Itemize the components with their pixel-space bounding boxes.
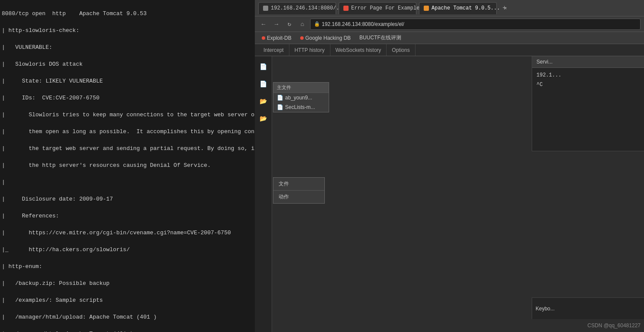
terminal-line-14: | https://cve.mitre.org/cgi-bin/cvename.… [2,229,253,237]
file-manager-header: 主文件 [273,83,329,93]
browser-navbar: ← → ↻ ⌂ 🔒 192.168.246.134:8080/examples/… [255,16,644,32]
terminal-line-8: | them open as long as possible. It acco… [2,128,253,136]
context-menu-label-actions: 动作 [279,194,289,200]
terminal-line-15: |_ http://ha.ckers.org/slowloris/ [2,246,253,254]
refresh-button[interactable]: ↻ [284,19,295,29]
tab-label-3: Apache Tomcat 9.0.5... [431,5,500,11]
context-menu-item-actions[interactable]: 动作 [273,191,324,203]
tab-label-1: 192.168.246.134:8080/... [271,5,346,11]
terminal-line-1: 8080/tcp open http Apache Tomcat 9.0.53 [2,10,253,18]
service-panel: Servi... 192.1... ^C [532,56,644,151]
exploitdb-favicon [262,36,265,40]
terminal-line-16: | http-enum: [2,262,253,271]
csdn-watermark: CSDN @qq_60481227 [587,322,641,329]
tab-favicon-3 [424,6,429,11]
service-panel-header: Servi... [532,56,644,68]
terminal-line-10: | the http server's resources causing De… [2,161,253,170]
sidebar-icon-1[interactable]: 📄 [257,60,270,73]
file-manager-item-1[interactable]: 📄 ab_youn9... [273,93,329,102]
lock-icon: 🔒 [314,21,320,27]
terminal-line-4: | Slowloris DOS attack [2,60,253,69]
tab-favicon-2 [343,6,349,11]
browser-tabbar: 192.168.246.134:8080/... ✕ Error Page Fo… [255,0,644,16]
file-manager-item-2[interactable]: 📄 SecLists-m... [273,102,329,112]
intercept-tab-http-history[interactable]: HTTP history [289,44,330,56]
terminal-line-3: | VULNERABLE: [2,43,253,52]
bookmark-ghdb[interactable]: Google Hacking DB [297,34,354,42]
browser-tab-1[interactable]: 192.168.246.134:8080/... ✕ [258,2,336,14]
terminal-line-20: | /manager/html: Apache Tomcat (401 ) [2,330,253,332]
context-menu: 文件 动作 [273,177,325,204]
service-panel-content: 192.1... ^C [532,68,644,92]
home-button[interactable]: ⌂ [297,19,308,29]
terminal-line-19: | /manager/html/upload: Apache Tomcat (4… [2,313,253,322]
bookmark-buuctf[interactable]: BUUCTF在线评测 [356,33,405,42]
intercept-tab-label-2: HTTP history [295,47,325,53]
bookmark-buuctf-label: BUUCTF在线评测 [359,34,401,42]
bookmark-ghdb-label: Google Hacking DB [305,35,351,41]
file-manager-panel: 主文件 📄 ab_youn9... 📄 SecLists-m... [273,82,329,112]
file-icon-2: 📄 [277,104,283,110]
terminal-line-13: | References: [2,212,253,220]
intercept-tab-websockets[interactable]: WebSockets history [330,44,387,56]
service-ctrl-c: ^C [536,82,640,88]
intercept-tab-label-4: Options [392,47,409,53]
browser-panel: 192.168.246.134:8080/... ✕ Error Page Fo… [255,0,644,332]
intercept-tab-options[interactable]: Options [387,44,415,56]
sidebar-icon-3[interactable]: 📂 [257,94,270,108]
terminal-line-12: | Disclosure date: 2009-09-17 [2,195,253,204]
keyboard-panel: Keybo... [532,297,644,319]
intercept-tab-label-3: WebSockets history [336,47,381,53]
new-tab-button[interactable]: + [499,3,510,13]
file-item-label-1: ab_youn9... [285,95,312,101]
intercept-tabs: Intercept HTTP history WebSockets histor… [255,44,644,56]
intercept-tab-intercept[interactable]: Intercept [258,44,289,56]
terminal-line-9: | the target web server and sending a pa… [2,144,253,153]
file-icon-1: 📄 [277,95,283,101]
bookmark-exploitdb[interactable]: Exploit-DB [258,34,295,42]
back-button[interactable]: ← [258,19,269,29]
intercept-tab-label-1: Intercept [263,47,284,53]
context-menu-label-files: 文件 [279,181,289,187]
terminal-line-11: | [2,178,253,187]
ghdb-favicon [300,36,304,40]
csdn-watermark-text: CSDN @qq_60481227 [587,322,641,329]
keyboard-panel-label: Keybo... [536,306,555,312]
file-item-label-2: SecLists-m... [285,104,315,110]
browser-tab-3[interactable]: Apache Tomcat 9.0.5... ✕ [419,2,497,14]
terminal-line-5: | State: LIKELY VULNERABLE [2,77,253,86]
bookmark-exploitdb-label: Exploit-DB [267,35,292,41]
bookmarks-bar: Exploit-DB Google Hacking DB BUUCTF在线评测 [255,32,644,44]
browser-tab-2[interactable]: Error Page For Examples ✕ [339,2,416,14]
forward-button[interactable]: → [271,19,282,29]
tab-label-2: Error Page For Examples [351,5,423,11]
browser-content: 📄 📄 📂 📂 主文件 📄 ab_youn9... 📄 SecLists-m..… [255,56,644,332]
context-menu-item-files[interactable]: 文件 [273,178,324,191]
address-bar[interactable]: 🔒 192.168.246.134:8080/examples/el/ [310,19,641,30]
terminal-panel: 8080/tcp open http Apache Tomcat 9.0.53 … [0,0,255,332]
tab-favicon-1 [263,6,268,11]
terminal-line-6: | IDs: CVE:CVE-2007-6750 [2,94,253,102]
sidebar-icon-4[interactable]: 📂 [257,112,270,125]
terminal-content: 8080/tcp open http Apache Tomcat 9.0.53 … [0,1,255,332]
service-ip: 192.1... [536,72,640,78]
terminal-line-18: | /examples/: Sample scripts [2,296,253,305]
left-sidebar: 📄 📄 📂 📂 [255,56,272,332]
terminal-line-2: | http-slowloris-check: [2,26,253,35]
terminal-line-7: | Slowloris tries to keep many connectio… [2,111,253,119]
service-panel-header-text: Servi... [536,59,552,65]
terminal-line-17: | /backup.zip: Possible backup [2,279,253,288]
url-text: 192.168.246.134:8080/examples/el/ [322,21,404,27]
sidebar-icon-2[interactable]: 📄 [257,77,270,91]
